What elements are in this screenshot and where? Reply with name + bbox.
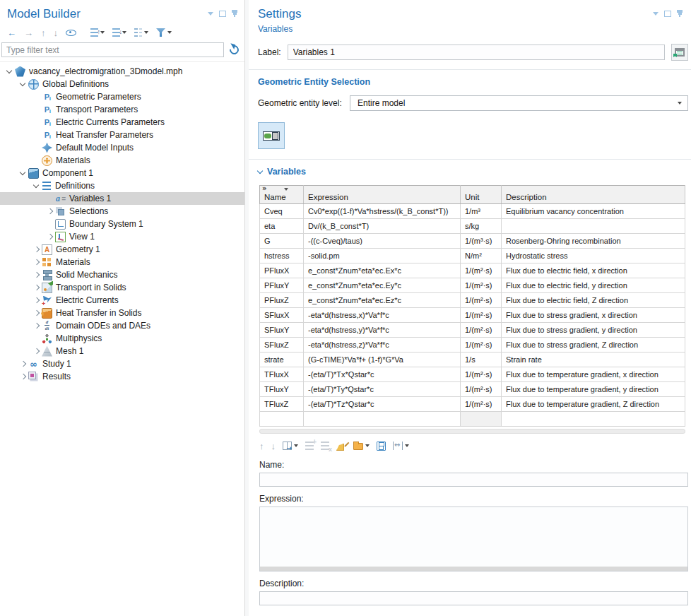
variables-section-header[interactable]: Variables bbox=[249, 160, 691, 184]
cell-expression[interactable]: e_const*Znum*eta*ec.Ez*c bbox=[304, 293, 461, 308]
column-header-name[interactable]: Name bbox=[260, 186, 304, 204]
tree-item[interactable]: Transport in Solids bbox=[0, 281, 244, 294]
cell-expression[interactable]: -(eta/T)*Tz*Qstar*c bbox=[304, 397, 461, 412]
tree-item[interactable]: Electric Currents Parameters bbox=[0, 116, 244, 129]
column-width-button[interactable] bbox=[393, 442, 409, 450]
active-selection-toggle-button[interactable] bbox=[258, 122, 285, 149]
load-from-file-button[interactable] bbox=[353, 442, 370, 450]
expand-chevron[interactable] bbox=[31, 345, 42, 357]
expand-chevron[interactable] bbox=[31, 332, 42, 345]
tree-item[interactable]: Default Model Inputs bbox=[0, 141, 244, 154]
tree-item[interactable]: Component 1 bbox=[0, 167, 244, 179]
tree-item[interactable]: Materials bbox=[0, 154, 244, 167]
cell-name[interactable]: TFluxZ bbox=[260, 397, 304, 412]
horizontal-scrollbar[interactable] bbox=[259, 429, 685, 434]
cell-expression[interactable]: -solid.pm bbox=[304, 249, 461, 263]
expand-chevron[interactable] bbox=[31, 256, 42, 268]
show-button[interactable] bbox=[66, 30, 83, 36]
cell-expression[interactable]: e_const*Znum*eta*ec.Ey*c bbox=[304, 278, 461, 293]
cell-description[interactable]: Flux due to temperature gradient, Z dire… bbox=[502, 397, 685, 412]
expand-chevron[interactable] bbox=[31, 141, 42, 154]
expand-chevron[interactable] bbox=[31, 129, 42, 141]
cell-description[interactable]: Flux due to temperature gradient, x dire… bbox=[502, 367, 685, 382]
expand-chevron[interactable] bbox=[18, 357, 28, 370]
expand-chevron[interactable] bbox=[45, 205, 55, 218]
row-move-down-button[interactable]: ↓ bbox=[271, 442, 276, 451]
cell-description[interactable]: Equilibrium vacancy concentration bbox=[502, 204, 685, 219]
cell-name[interactable]: strate bbox=[260, 353, 304, 367]
expand-chevron[interactable] bbox=[18, 78, 28, 90]
tree-item[interactable]: Solid Mechanics bbox=[0, 268, 244, 281]
cell-description[interactable]: Flux due to electric field, y direction bbox=[502, 278, 685, 293]
cell-unit[interactable]: 1/m³ bbox=[461, 204, 502, 219]
cell-unit[interactable]: 1/(m³·s) bbox=[461, 234, 502, 249]
expand-chevron[interactable] bbox=[4, 65, 15, 78]
panel-menu-caret-icon[interactable] bbox=[208, 12, 213, 16]
expand-chevron[interactable] bbox=[31, 319, 42, 332]
add-row-button[interactable] bbox=[305, 442, 314, 450]
expand-chevron[interactable] bbox=[18, 370, 28, 383]
save-to-file-button[interactable] bbox=[377, 442, 386, 451]
expand-chevron[interactable] bbox=[31, 307, 42, 319]
clear-table-button[interactable] bbox=[336, 441, 346, 451]
cell-name[interactable]: eta bbox=[260, 219, 304, 234]
tree-item[interactable]: Global Definitions bbox=[0, 78, 244, 90]
move-down-button[interactable]: ↓ bbox=[54, 28, 59, 37]
cell-name[interactable]: TFluxY bbox=[260, 382, 304, 397]
expression-textarea[interactable] bbox=[259, 507, 688, 571]
cell-name[interactable]: PFluxX bbox=[260, 263, 304, 278]
tree-item[interactable]: Electric Currents bbox=[0, 294, 244, 307]
filter-button[interactable] bbox=[156, 28, 172, 37]
name-input[interactable] bbox=[259, 473, 688, 487]
collapse-expand-button[interactable] bbox=[90, 28, 105, 37]
back-button[interactable]: ← bbox=[7, 28, 16, 37]
tree-item[interactable]: vacancy_electromigration_3Dmodel.mph bbox=[0, 65, 244, 78]
expand-all-button[interactable] bbox=[112, 28, 126, 37]
expand-chevron[interactable] bbox=[45, 192, 55, 205]
row-move-up-button[interactable]: ↑ bbox=[259, 442, 264, 451]
column-header-expression[interactable]: Expression bbox=[304, 186, 461, 204]
cell-name[interactable] bbox=[260, 412, 304, 427]
entity-level-dropdown[interactable]: Entire model bbox=[350, 95, 688, 111]
cell-expression[interactable] bbox=[304, 412, 461, 427]
tree-item[interactable]: Selections bbox=[0, 205, 244, 218]
panel-menu-caret-icon[interactable] bbox=[653, 12, 658, 16]
column-header-description[interactable]: Description bbox=[502, 186, 685, 204]
cell-name[interactable]: SFluxZ bbox=[260, 338, 304, 353]
tree-filter-input[interactable] bbox=[1, 42, 224, 57]
expand-chevron[interactable] bbox=[31, 116, 42, 129]
cell-unit[interactable]: 1/s bbox=[461, 353, 502, 367]
float-window-icon[interactable] bbox=[664, 11, 671, 17]
cell-name[interactable]: hstress bbox=[260, 249, 304, 263]
cell-name[interactable]: TFluxX bbox=[260, 367, 304, 382]
cell-expression[interactable]: -(eta/T)*Ty*Qstar*c bbox=[304, 382, 461, 397]
forward-button[interactable]: → bbox=[24, 28, 33, 37]
cell-name[interactable]: PFluxZ bbox=[260, 293, 304, 308]
cell-unit[interactable]: s/kg bbox=[461, 219, 502, 234]
cell-unit[interactable]: 1/(m²·s) bbox=[461, 397, 502, 412]
float-window-icon[interactable] bbox=[219, 11, 226, 17]
move-to-button[interactable] bbox=[283, 442, 298, 450]
cell-unit[interactable]: 1/(m²·s) bbox=[461, 382, 502, 397]
refresh-icon[interactable] bbox=[228, 43, 240, 56]
expand-chevron[interactable] bbox=[31, 281, 42, 294]
cell-description[interactable]: Hydrostatic stress bbox=[502, 249, 685, 263]
cell-unit[interactable]: 1/(m²·s) bbox=[461, 367, 502, 382]
cell-expression[interactable]: -eta*d(hstress,y)*Va*f*c bbox=[304, 323, 461, 338]
expand-chevron[interactable] bbox=[31, 268, 42, 281]
cell-expression[interactable]: Cv0*exp((1-f)*Va*hstress/(k_B_const*T)) bbox=[304, 204, 461, 219]
cell-description[interactable]: Flux due to stress gradient, x direction bbox=[502, 308, 685, 323]
cell-description[interactable] bbox=[502, 219, 685, 234]
pin-icon[interactable] bbox=[232, 10, 237, 17]
cell-expression[interactable]: (G-cTIME)*Va*f+ (1-f)*G*Va bbox=[304, 353, 461, 367]
cell-expression[interactable]: -((c-Cveq)/taus) bbox=[304, 234, 461, 249]
cell-unit[interactable]: 1/(m²·s) bbox=[461, 293, 502, 308]
cell-unit[interactable]: 1/(m²·s) bbox=[461, 278, 502, 293]
cell-unit[interactable]: 1/(m²·s) bbox=[461, 338, 502, 353]
cell-name[interactable]: Cveq bbox=[260, 204, 304, 219]
cell-expression[interactable]: -(eta/T)*Tx*Qstar*c bbox=[304, 367, 461, 382]
tree-item[interactable]: Heat Transfer Parameters bbox=[0, 129, 244, 141]
tree-item[interactable]: Domain ODEs and DAEs bbox=[0, 319, 244, 332]
tree-item[interactable]: Materials bbox=[0, 256, 244, 268]
cell-expression[interactable]: e_const*Znum*eta*ec.Ex*c bbox=[304, 263, 461, 278]
